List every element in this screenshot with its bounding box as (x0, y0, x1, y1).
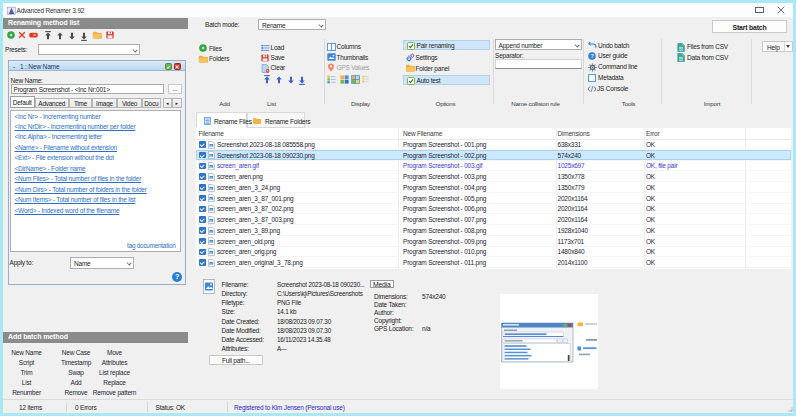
apply-to-combo[interactable]: Name (70, 257, 134, 269)
tag-link[interactable]: <Num Files> - Total number of files in t… (15, 175, 142, 182)
data-from-csv-button[interactable]: Data from CSV (687, 54, 728, 61)
collapse-icon[interactable]: - (13, 63, 15, 70)
save-preset-icon[interactable] (106, 31, 114, 39)
row-checkbox[interactable] (199, 259, 206, 266)
add-folders-button[interactable]: Folders (209, 55, 229, 62)
open-preset-icon[interactable] (93, 31, 102, 39)
table-row[interactable]: screen_aren.gifProgram Screenshot - 003.… (196, 161, 791, 172)
batch-mode-combo[interactable]: Rename (258, 19, 326, 30)
row-checkbox[interactable] (199, 152, 206, 159)
move-top-icon[interactable] (44, 31, 52, 41)
clear-methods-icon[interactable] (29, 31, 38, 39)
move-down-icon[interactable] (68, 31, 76, 41)
add-method-swap[interactable]: Swap (68, 369, 83, 376)
row-checkbox[interactable] (199, 216, 206, 223)
row-checkbox[interactable] (199, 206, 206, 213)
row-checkbox[interactable] (199, 227, 206, 234)
user-guide-button[interactable]: User guide (598, 52, 627, 59)
add-method-new-case[interactable]: New Case (62, 349, 90, 356)
save-list-button[interactable]: Save (271, 54, 285, 61)
add-method-trim[interactable]: Trim (21, 369, 33, 376)
full-path-button[interactable]: Full path... (209, 355, 263, 365)
pair-renaming-toggle[interactable]: Pair renaming (403, 40, 490, 51)
load-list-button[interactable]: Load (271, 44, 285, 51)
tag-link[interactable]: <Num Dirs> - Total number of folders in … (15, 186, 147, 193)
add-method-timestamp[interactable]: Timestamp (61, 359, 91, 366)
move-top-icon[interactable] (263, 75, 271, 85)
move-up-icon[interactable] (56, 31, 64, 41)
move-bottom-icon[interactable] (298, 75, 306, 85)
column-header-new-filename[interactable]: New Filename (403, 130, 442, 137)
delete-method-icon[interactable] (18, 31, 26, 39)
method-tab-default[interactable]: Default (10, 96, 35, 108)
media-tab[interactable]: Media (370, 280, 394, 289)
add-method-replace[interactable]: Replace (103, 379, 125, 386)
add-method-renumber[interactable]: Renumber (12, 389, 41, 396)
row-checkbox[interactable] (199, 249, 206, 256)
row-checkbox[interactable] (199, 141, 206, 148)
tag-link[interactable]: <Inc Nr> - Incrementing number (15, 113, 101, 120)
view-details-icon[interactable] (362, 75, 371, 84)
table-row[interactable]: screen_aren_old.pngProgram Screenshot - … (196, 236, 791, 247)
tag-link[interactable]: <Inc Alpha> - Incrementing letter (15, 133, 102, 140)
column-header-dimensions[interactable]: Dimensions (558, 130, 590, 137)
table-row[interactable]: screen_aren_orig.pngProgram Screenshot -… (196, 247, 791, 258)
table-row[interactable]: Screenshot 2023-08-18 090230.pngProgram … (196, 150, 791, 161)
table-row[interactable]: screen_aren_3_87_001.pngProgram Screensh… (196, 193, 791, 204)
new-name-input[interactable]: Program Screenshot - <Inc Nr:001> (11, 84, 164, 94)
method-panel-header[interactable]: - 1 : New Name ✓ ✕ (9, 61, 185, 71)
method-close-button[interactable]: ✕ (174, 63, 181, 70)
separator-input[interactable] (495, 59, 582, 69)
help-button[interactable]: Help (762, 41, 793, 52)
settings-button[interactable]: Settings (403, 52, 490, 63)
column-header-filename[interactable]: Filename (199, 130, 224, 137)
tab-rename-files[interactable]: Rename Files (196, 112, 247, 128)
files-from-csv-button[interactable]: Files from CSV (687, 43, 728, 50)
metadata-toggle[interactable]: Metadata (598, 74, 624, 81)
thumbnails-button[interactable]: Thumbnails (337, 54, 369, 61)
add-method-add[interactable]: Add (71, 379, 82, 386)
add-method-icon[interactable] (7, 31, 15, 39)
tabs-scroll-right-button[interactable]: ▸ (172, 98, 182, 108)
table-row[interactable]: screen_aren.pngProgram Screenshot - 003.… (196, 171, 791, 182)
tag-link[interactable]: <Inc NrDir> - Incrementing number per fo… (15, 123, 136, 130)
table-row[interactable]: screen_aren_3_24.pngProgram Screenshot -… (196, 182, 791, 193)
move-bottom-icon[interactable] (80, 31, 88, 41)
add-files-button[interactable]: Files (209, 45, 222, 52)
add-method-new-name[interactable]: New Name (11, 349, 42, 356)
add-method-script[interactable]: Script (19, 359, 34, 366)
row-checkbox[interactable] (199, 173, 206, 180)
maximize-button[interactable] (755, 7, 764, 14)
table-row[interactable]: Screenshot 2023-08-18 085558.pngProgram … (196, 139, 791, 150)
row-checkbox[interactable] (199, 238, 206, 245)
add-method-list[interactable]: List (22, 379, 31, 386)
undo-batch-button[interactable]: Undo batch (598, 42, 629, 49)
tag-link[interactable]: <Word> - Indexed word of the filename (15, 207, 120, 214)
resize-grip[interactable] (787, 406, 793, 412)
row-checkbox[interactable] (199, 163, 206, 170)
add-method-attributes[interactable]: Attributes (102, 359, 127, 366)
auto-test-toggle[interactable]: Auto test (403, 75, 490, 86)
table-row[interactable]: screen_aren_original_3_78.pngProgram Scr… (196, 257, 791, 268)
folder-panel-toggle[interactable]: Folder panel (403, 63, 490, 74)
method-tab-docu[interactable]: Docu (142, 98, 161, 108)
tab-rename-folders[interactable]: Rename Folders (247, 112, 305, 128)
method-help-icon[interactable]: ? (172, 272, 182, 282)
method-enabled-checkbox[interactable]: ✓ (165, 63, 172, 70)
table-row[interactable]: screen_aren_3_87_003.pngProgram Screensh… (196, 214, 791, 225)
tag-link[interactable]: <Name> - Filename without extension (15, 144, 117, 151)
tag-link[interactable]: <Ext> - File extension without the dot (15, 154, 114, 161)
method-tab-video[interactable]: Video (117, 98, 142, 108)
clear-list-button[interactable]: Clear (271, 64, 286, 71)
collision-rule-combo[interactable]: Append number (495, 39, 582, 50)
browse-button[interactable]: ... (168, 84, 183, 94)
view-list-icon[interactable] (327, 75, 336, 84)
move-up-icon[interactable] (275, 75, 283, 85)
gps-values-button[interactable]: GPS Values (337, 64, 370, 71)
view-thumbnails-icon[interactable] (351, 75, 360, 84)
tag-documentation-link[interactable]: tag documentation (127, 242, 175, 249)
js-console-button[interactable]: JS Console (597, 85, 628, 92)
tag-link[interactable]: <DirName> - Folder name (15, 165, 86, 172)
row-checkbox[interactable] (199, 195, 206, 202)
add-method-list-replace[interactable]: List replace (99, 369, 130, 376)
